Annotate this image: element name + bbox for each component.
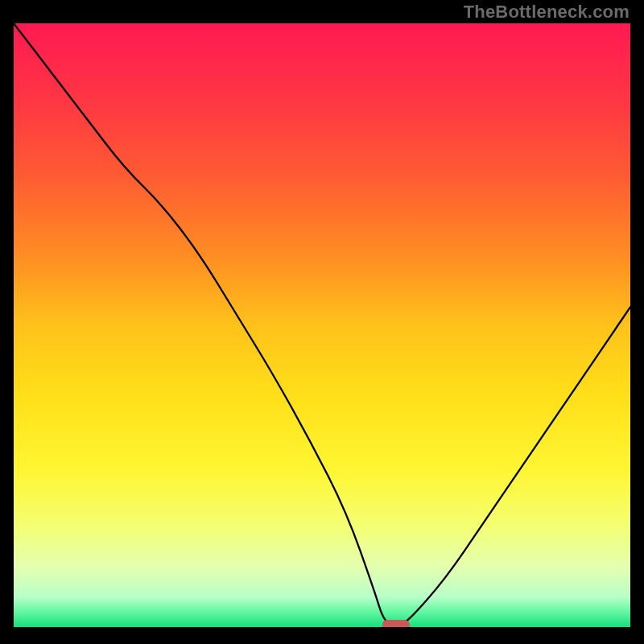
plot-area: [14, 23, 630, 627]
watermark-text: TheBottleneck.com: [464, 2, 630, 23]
chart-svg: [14, 23, 630, 627]
gradient-background: [14, 23, 630, 627]
optimal-marker: [382, 620, 410, 627]
chart-frame: TheBottleneck.com: [0, 0, 644, 644]
